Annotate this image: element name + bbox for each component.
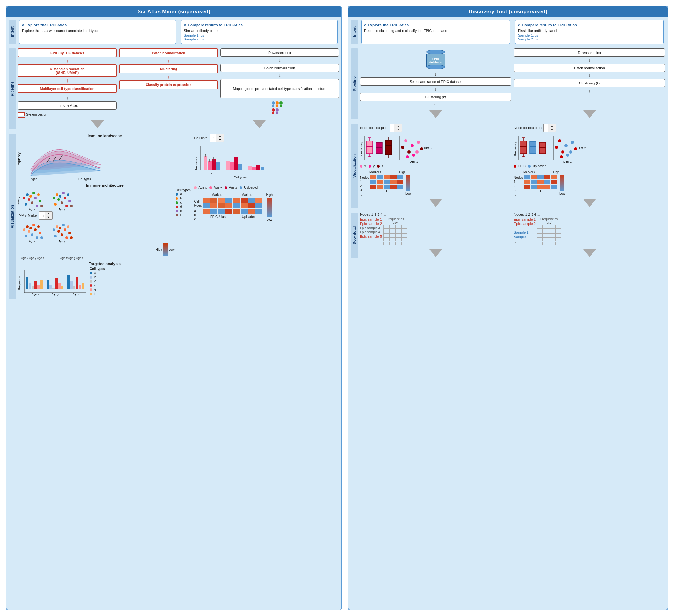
svg-rect-108 (252, 167, 256, 170)
download-nodes-label-d: Nodes (514, 213, 524, 216)
svg-point-64 (65, 236, 68, 239)
pipeline-section-left: Pipeline EPIC CyTOF dataset ↓ Dimension … (9, 48, 339, 129)
hm-row-a: a (194, 209, 202, 213)
dl-node-3c: 3 (377, 213, 379, 216)
svg-point-49 (39, 232, 41, 234)
scatter-right-c: Dim. 2 Dim. 1 (396, 134, 431, 163)
svg-text:Frequency: Frequency (514, 142, 517, 156)
pipeline-label-right: Pipeline (351, 48, 358, 119)
dl-sample1-d: Sample 1 (514, 230, 536, 234)
viz-label-left: Visualization (9, 134, 16, 299)
svg-rect-82 (67, 275, 70, 289)
viz-label-right: Visualization (351, 124, 358, 208)
svg-text:c: c (254, 172, 255, 175)
batch-norm-right-l: Batch normalization (220, 64, 339, 72)
dl-epic4-c: Epic sample 4 (360, 230, 382, 234)
svg-point-33 (61, 201, 63, 204)
svg-rect-5 (280, 105, 282, 107)
ct-legend-a: a (176, 193, 192, 196)
svg-rect-106 (238, 164, 242, 170)
node-stepper-left[interactable]: 1 ▲ ▼ (389, 124, 402, 132)
svg-point-164 (558, 139, 561, 142)
intent-desc-b: Similar antibody panel (184, 29, 335, 32)
clustering-box-l: Clustering (119, 64, 218, 73)
hm-row-c: c (194, 217, 202, 221)
dl-dots-c: ⋮ (360, 239, 382, 242)
r-scatter-legend-x: x (364, 165, 366, 168)
svg-text:Frequency: Frequency (17, 152, 21, 167)
svg-rect-158 (539, 142, 546, 153)
dl-node-4c: 4 (381, 213, 382, 216)
dl-dots1-d: ⋮ (514, 226, 536, 230)
svg-point-6 (272, 108, 275, 112)
svg-rect-3 (276, 105, 278, 107)
dl-node-2c: 2 (374, 213, 376, 216)
svg-rect-154 (530, 141, 536, 153)
download-right-d: Nodes 1 2 3 4 ... (514, 213, 665, 245)
dl-freq-label-d: Frequencies(csv) (537, 217, 561, 224)
hm-row-b: b (194, 213, 202, 217)
immune-architecture-title: Immune architecture (18, 183, 192, 188)
cell-level-stepper[interactable]: L1 ▲ ▼ (210, 134, 224, 142)
arrow2: ↓ (66, 78, 69, 83)
svg-rect-103 (226, 161, 230, 170)
bar-legend-agez: Age z (229, 186, 237, 189)
bar-legend-agex: Age x (199, 186, 207, 189)
ct-legend-c: c (176, 201, 192, 204)
svg-point-168 (574, 147, 577, 150)
svg-text:tSNE_y: tSNE_y (17, 197, 20, 205)
intent-label-left: Intent (9, 20, 16, 44)
tct-d: d (94, 284, 96, 287)
svg-point-19 (34, 197, 37, 199)
hm-r2-high: High (553, 171, 560, 174)
marker-stepper[interactable]: m ▲ ▼ (39, 211, 52, 220)
intent-box-b: b Compare results to EPIC Atlas Similar … (181, 20, 338, 44)
dl-freq-label-c: Frequencies(csv) (383, 217, 407, 224)
download-section-right: Download Nodes 1 2 3 4 (351, 213, 665, 258)
high-label: High (156, 248, 162, 251)
svg-rect-104 (230, 162, 234, 170)
gray-arrow-pipeline-right (253, 120, 266, 128)
intent-title-b: Compare results to EPIC Atlas (188, 23, 243, 27)
svg-rect-96 (212, 159, 216, 170)
svg-rect-81 (61, 286, 64, 289)
svg-rect-84 (73, 286, 76, 289)
node-box-plots-left: Node for box plots 1 ▲ ▼ (360, 124, 511, 132)
svg-point-50 (23, 228, 25, 231)
svg-point-29 (59, 195, 62, 198)
intent-section-left: Intent a Explore the EPIC Atlas Explore … (9, 20, 339, 44)
node-stepper-right[interactable]: 1 ▲ ▼ (543, 124, 556, 132)
svg-rect-77 (49, 285, 52, 289)
svg-text:Cell types: Cell types (78, 178, 91, 181)
svg-point-51 (36, 236, 38, 239)
dl-node-dotsc: ... (383, 213, 386, 216)
node-box-plots-right: Node for box plots 1 ▲ ▼ (514, 124, 665, 132)
r2-node-3: 3 (514, 188, 523, 192)
svg-point-143 (415, 150, 419, 153)
svg-point-142 (401, 145, 404, 149)
r2-node-1: 1 (514, 180, 523, 184)
svg-point-136 (404, 139, 408, 142)
file1-b: Sample 1.fcs (184, 33, 335, 37)
arrow1: ↓ (66, 58, 69, 64)
age-x-label2: Age x Age y Age z (60, 256, 84, 260)
dl-node-2d: 2 (528, 213, 530, 216)
intent-desc-a: Explore the atlas with current annotated… (22, 29, 173, 32)
immune-atlas-box: Immune Atlas (18, 101, 117, 110)
r-arrow3: ↓ (588, 58, 591, 63)
svg-text:Dim. 2: Dim. 2 (578, 146, 586, 149)
hm-low-r: Low (406, 192, 411, 195)
mapping-box: Mapping onto pre-annotated cell type cla… (220, 79, 339, 98)
gray-arrow-pipeline-left (91, 120, 104, 128)
svg-rect-70 (31, 286, 34, 289)
svg-point-141 (412, 153, 415, 157)
svg-rect-86 (79, 285, 81, 289)
svg-text:Age x: Age x (29, 240, 35, 242)
dl-node-dotsd: ... (537, 213, 540, 216)
multilayer-box: Multilayer cell type classification (18, 84, 117, 93)
dl-sample2-d: Sample 2 (514, 235, 536, 239)
svg-rect-107 (248, 166, 252, 170)
r-arrow1: ↓ (435, 71, 437, 77)
svg-rect-76 (46, 280, 49, 289)
intent-section-right: Intent c Explore the EPIC Atlas Redo the… (351, 20, 665, 44)
